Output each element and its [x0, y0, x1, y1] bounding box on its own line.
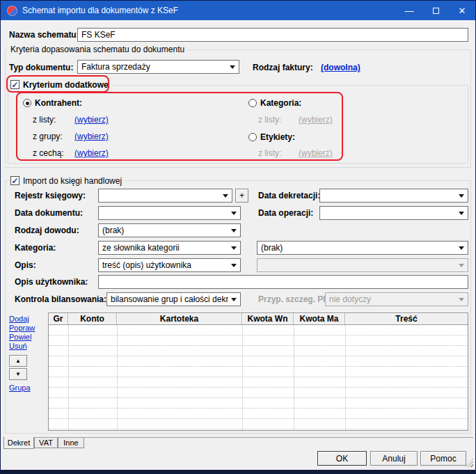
table-row[interactable] — [49, 419, 468, 429]
move-down-button[interactable]: ▼ — [9, 368, 27, 380]
help-button[interactable]: Pomoc — [420, 451, 466, 466]
add-rejestr-button[interactable]: + — [235, 189, 248, 203]
table-row[interactable] — [49, 335, 468, 346]
chevron-down-icon — [223, 194, 228, 198]
titlebar-buttons: — ✕ — [396, 1, 475, 20]
etykiety-z-listy-link[interactable]: (wybierz) — [299, 148, 333, 158]
kontrahent-radio[interactable]: Kontrahent: — [23, 97, 82, 109]
minimize-button[interactable]: — — [396, 1, 422, 20]
kryteria-group-title: Kryteria dopasowania schematu do dokumen… — [8, 45, 187, 54]
opis-label: Opis: — [15, 260, 36, 270]
close-button[interactable]: ✕ — [449, 1, 475, 20]
checkbox-checked-icon: ✓ — [10, 80, 19, 89]
kontrahent-z-grupy-link[interactable]: (wybierz) — [74, 132, 109, 141]
import-ksiegi-label: Import do księgi handlowej — [23, 176, 122, 186]
etykiety-z-listy-label: z listy: — [258, 148, 281, 158]
chevron-down-icon — [231, 298, 237, 301]
kontrahent-z-cecha-link[interactable]: (wybierz) — [74, 148, 109, 158]
kontrola-select[interactable]: bilansowanie grup i całości dekretu — [106, 292, 241, 306]
column-header-kartoteka: Kartoteka — [117, 313, 242, 324]
maximize-icon — [433, 8, 439, 14]
usun-link[interactable]: Usuń — [9, 342, 27, 350]
ok-button[interactable]: OK — [317, 451, 367, 466]
kategoria-z-listy-link[interactable]: (wybierz) — [299, 115, 333, 125]
table-body[interactable] — [49, 325, 468, 430]
chevron-down-icon — [231, 246, 237, 250]
kategoria-radio[interactable]: Kategoria: — [248, 97, 301, 109]
etykiety-radio[interactable]: Etykiety: — [248, 132, 295, 143]
import-ksiegi-checkbox[interactable]: ✓ Import do księgi handlowej — [10, 175, 125, 187]
nazwa-schematu-input[interactable] — [77, 28, 468, 42]
dialog-window: Schemat importu dla dokumentów z KSeF — … — [0, 0, 476, 474]
column-header-kwota-wn: Kwota Wn — [242, 313, 294, 324]
column-header-gr: Gr — [49, 313, 68, 324]
table-row[interactable] — [49, 367, 468, 377]
popraw-link[interactable]: Popraw — [9, 324, 35, 332]
table-header-row: Gr Konto Kartoteka Kwota Wn Kwota Ma Tre… — [49, 313, 468, 325]
typ-dokumentu-value: Faktura sprzedaży — [81, 62, 150, 72]
rejestr-label: Rejestr księgowy: — [15, 191, 86, 200]
rodzaj-dowodu-select[interactable]: (brak) — [98, 223, 241, 237]
tab-vat[interactable]: VAT — [34, 438, 58, 448]
rodzaj-faktury-link[interactable]: (dowolna) — [321, 63, 360, 72]
data-dokumentu-select[interactable] — [98, 206, 241, 220]
window-bottom-edge — [1, 470, 475, 473]
chevron-down-icon — [459, 212, 464, 215]
pit-select: nie dotyczy — [325, 292, 468, 306]
kategoria-radio-label: Kategoria: — [260, 98, 301, 108]
table-row[interactable] — [49, 398, 468, 409]
tab-inne[interactable]: Inne — [58, 438, 84, 448]
chevron-down-icon — [459, 194, 464, 198]
opis-uzytkownika-label: Opis użytkownika: — [15, 277, 88, 287]
data-operacji-label: Data operacji: — [258, 208, 313, 218]
app-icon — [7, 6, 17, 16]
cancel-button[interactable]: Anuluj — [370, 451, 418, 466]
column-header-konto: Konto — [68, 313, 117, 324]
maximize-button[interactable] — [422, 1, 449, 20]
table-row[interactable] — [49, 346, 468, 356]
table-row[interactable] — [49, 325, 468, 335]
kontrola-label: Kontrola bilansowania: — [15, 294, 106, 304]
typ-dokumentu-label: Typ dokumentu: — [9, 63, 73, 72]
table-row[interactable] — [49, 388, 468, 398]
grupa-link[interactable]: Grupa — [9, 384, 31, 392]
kategoria-select[interactable]: ze słownika kategorii — [98, 241, 241, 255]
arrow-down-icon: ▼ — [15, 371, 21, 377]
kontrahent-z-listy-link[interactable]: (wybierz) — [74, 115, 109, 125]
opis-uzytkownika-input[interactable] — [98, 275, 468, 289]
data-dekretacji-label: Data dekretacji: — [258, 191, 320, 200]
kontrahent-z-listy-label: z listy: — [33, 115, 56, 125]
table-row[interactable] — [49, 377, 468, 388]
powiel-link[interactable]: Powiel — [9, 333, 31, 341]
kontrahent-z-grupy-label: z grupy: — [33, 132, 63, 141]
typ-dokumentu-select[interactable]: Faktura sprzedaży — [77, 60, 239, 74]
column-header-kwota-ma: Kwota Ma — [294, 313, 345, 324]
rodzaj-dowodu-label: Rodzaj dowodu: — [15, 226, 79, 235]
opis-select[interactable]: treść (opis) użytkownika — [98, 258, 241, 272]
dodaj-link[interactable]: Dodaj — [9, 315, 29, 323]
nazwa-schematu-label: Nazwa schematu: — [9, 30, 79, 40]
column-header-tresc: Treść — [345, 313, 468, 324]
tab-dekret[interactable]: Dekret — [3, 437, 34, 449]
kryterium-dodatkowe-checkbox[interactable]: ✓ Kryterium dodatkowe — [10, 79, 112, 90]
kontrahent-z-cecha-label: z cechą: — [33, 148, 64, 158]
kategoria-value-select[interactable]: (brak) — [257, 241, 468, 255]
data-dokumentu-label: Data dokumentu: — [15, 208, 83, 218]
chevron-down-icon — [231, 264, 237, 267]
data-dekretacji-select[interactable] — [319, 189, 468, 203]
kryterium-dodatkowe-label: Kryterium dodatkowe — [23, 80, 109, 90]
chevron-down-icon — [459, 298, 464, 301]
move-up-button[interactable]: ▲ — [9, 355, 27, 367]
table-row[interactable] — [49, 356, 468, 367]
dekret-table[interactable]: Gr Konto Kartoteka Kwota Wn Kwota Ma Tre… — [48, 313, 468, 431]
rejestr-select[interactable] — [98, 189, 232, 203]
kategoria-label: Kategoria: — [15, 243, 56, 253]
window-title: Schemat importu dla dokumentów z KSeF — [22, 6, 178, 15]
table-row[interactable] — [49, 409, 468, 419]
chevron-down-icon — [231, 212, 237, 215]
data-operacji-select[interactable] — [319, 206, 468, 220]
checkbox-checked-icon: ✓ — [10, 176, 19, 185]
arrow-up-icon: ▲ — [15, 358, 21, 364]
kontrahent-label: Kontrahent: — [35, 98, 82, 108]
rodzaj-faktury-label: Rodzaj faktury: — [253, 63, 313, 72]
